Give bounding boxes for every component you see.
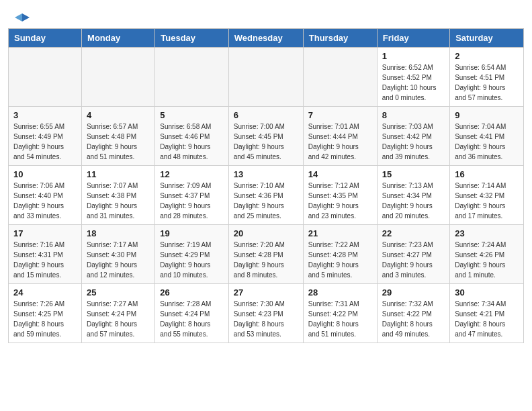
day-number: 27 — [234, 287, 298, 298]
day-info-text: Sunrise: 6:55 AM — [13, 122, 77, 132]
day-info-text: Sunset: 4:28 PM — [234, 250, 298, 260]
day-info-text: Daylight: 8 hours — [308, 319, 372, 329]
page: SundayMondayTuesdayWednesdayThursdayFrid… — [0, 0, 532, 351]
day-info-text: Sunset: 4:40 PM — [13, 191, 77, 201]
weekday-header-thursday: Thursday — [303, 29, 377, 48]
day-info-text: and 57 minutes. — [87, 329, 150, 339]
day-info-text: Sunset: 4:28 PM — [308, 250, 372, 260]
day-number: 18 — [87, 228, 150, 238]
day-number: 16 — [455, 169, 519, 179]
day-info-text: Sunrise: 7:06 AM — [13, 181, 77, 191]
day-info-text: and 31 minutes. — [87, 211, 150, 221]
calendar-cell: 16Sunrise: 7:14 AMSunset: 4:32 PMDayligh… — [450, 166, 524, 225]
day-number: 28 — [308, 287, 372, 298]
day-number: 2 — [455, 51, 519, 61]
day-info-text: Sunset: 4:46 PM — [160, 132, 223, 142]
day-info-text: Sunset: 4:22 PM — [382, 309, 445, 319]
day-number: 9 — [455, 110, 519, 120]
day-info-text: Sunrise: 7:26 AM — [13, 299, 77, 309]
day-info-text: and 28 minutes. — [160, 211, 223, 221]
day-info-text: Sunrise: 7:00 AM — [234, 122, 298, 132]
day-info-text: Sunrise: 7:32 AM — [382, 299, 445, 309]
svg-marker-0 — [22, 13, 30, 21]
day-info-text: Sunrise: 6:58 AM — [160, 122, 223, 132]
day-info-text: Sunset: 4:30 PM — [87, 250, 150, 260]
calendar-cell: 3Sunrise: 6:55 AMSunset: 4:49 PMDaylight… — [9, 107, 82, 166]
calendar-cell: 27Sunrise: 7:30 AMSunset: 4:23 PMDayligh… — [228, 284, 303, 343]
day-number: 8 — [382, 110, 445, 120]
day-info-text: Sunrise: 7:23 AM — [382, 240, 445, 250]
day-info-text: Sunrise: 6:57 AM — [87, 122, 150, 132]
calendar-cell: 26Sunrise: 7:28 AMSunset: 4:24 PMDayligh… — [155, 284, 228, 343]
day-info-text: Sunset: 4:37 PM — [160, 191, 223, 201]
day-info-text: Daylight: 9 hours — [87, 260, 150, 270]
calendar-cell: 23Sunrise: 7:24 AMSunset: 4:26 PMDayligh… — [450, 225, 524, 284]
calendar-cell: 14Sunrise: 7:12 AMSunset: 4:35 PMDayligh… — [303, 166, 377, 225]
day-info-text: Daylight: 9 hours — [308, 142, 372, 152]
calendar-header-row: SundayMondayTuesdayWednesdayThursdayFrid… — [9, 29, 524, 48]
day-info-text: Sunset: 4:21 PM — [455, 309, 519, 319]
calendar-week-row: 1Sunrise: 6:52 AMSunset: 4:52 PMDaylight… — [9, 48, 524, 107]
day-info-text: and 48 minutes. — [160, 152, 223, 162]
day-info-text: Daylight: 9 hours — [234, 201, 298, 211]
day-number: 29 — [382, 287, 445, 298]
day-info-text: Sunrise: 7:22 AM — [308, 240, 372, 250]
day-info-text: Sunrise: 7:16 AM — [13, 240, 77, 250]
calendar-cell: 6Sunrise: 7:00 AMSunset: 4:45 PMDaylight… — [228, 107, 303, 166]
day-info-text: Sunrise: 7:03 AM — [382, 122, 445, 132]
day-info-text: Sunrise: 7:13 AM — [382, 181, 445, 191]
day-info-text: Daylight: 9 hours — [455, 83, 519, 93]
calendar-cell — [303, 48, 377, 107]
day-info-text: and 49 minutes. — [382, 329, 445, 339]
logo-flag-icon — [15, 12, 30, 27]
day-info-text: and 23 minutes. — [308, 211, 372, 221]
calendar-cell: 24Sunrise: 7:26 AMSunset: 4:25 PMDayligh… — [9, 284, 82, 343]
day-info-text: and 51 minutes. — [308, 329, 372, 339]
day-info-text: Sunset: 4:23 PM — [234, 309, 298, 319]
day-info-text: Daylight: 9 hours — [160, 201, 223, 211]
calendar-cell: 8Sunrise: 7:03 AMSunset: 4:42 PMDaylight… — [377, 107, 449, 166]
day-info-text: Sunrise: 7:01 AM — [308, 122, 372, 132]
day-info-text: and 12 minutes. — [87, 270, 150, 280]
calendar-cell: 19Sunrise: 7:19 AMSunset: 4:29 PMDayligh… — [155, 225, 228, 284]
day-info-text: Daylight: 9 hours — [234, 260, 298, 270]
day-info-text: Sunrise: 7:17 AM — [87, 240, 150, 250]
day-info-text: Sunset: 4:41 PM — [455, 132, 519, 142]
day-info-text: Sunset: 4:44 PM — [308, 132, 372, 142]
day-info-text: Daylight: 9 hours — [382, 201, 445, 211]
day-info-text: and 51 minutes. — [87, 152, 150, 162]
weekday-header-wednesday: Wednesday — [228, 29, 303, 48]
day-info-text: Sunset: 4:42 PM — [382, 132, 445, 142]
day-number: 21 — [308, 228, 372, 238]
calendar-cell: 30Sunrise: 7:34 AMSunset: 4:21 PMDayligh… — [450, 284, 524, 343]
day-number: 19 — [160, 228, 223, 238]
day-number: 6 — [234, 110, 298, 120]
day-info-text: Sunset: 4:51 PM — [455, 73, 519, 83]
day-info-text: Daylight: 9 hours — [455, 201, 519, 211]
day-info-text: Daylight: 9 hours — [382, 142, 445, 152]
calendar-cell: 1Sunrise: 6:52 AMSunset: 4:52 PMDaylight… — [377, 48, 449, 107]
day-number: 13 — [234, 169, 298, 179]
day-info-text: Sunrise: 6:52 AM — [382, 62, 445, 73]
day-info-text: Sunset: 4:32 PM — [455, 191, 519, 201]
calendar-wrapper: SundayMondayTuesdayWednesdayThursdayFrid… — [0, 28, 532, 351]
calendar-table: SundayMondayTuesdayWednesdayThursdayFrid… — [8, 28, 524, 343]
day-info-text: Sunset: 4:25 PM — [13, 309, 77, 319]
day-info-text: Daylight: 9 hours — [308, 201, 372, 211]
day-info-text: Daylight: 9 hours — [455, 142, 519, 152]
calendar-cell: 20Sunrise: 7:20 AMSunset: 4:28 PMDayligh… — [228, 225, 303, 284]
day-info-text: and 55 minutes. — [160, 329, 223, 339]
day-info-text: Sunrise: 7:24 AM — [455, 240, 519, 250]
day-info-text: Sunset: 4:27 PM — [382, 250, 445, 260]
day-number: 30 — [455, 287, 519, 298]
day-info-text: Sunset: 4:24 PM — [160, 309, 223, 319]
calendar-cell: 9Sunrise: 7:04 AMSunset: 4:41 PMDaylight… — [450, 107, 524, 166]
day-info-text: Sunset: 4:24 PM — [87, 309, 150, 319]
day-info-text: Sunset: 4:35 PM — [308, 191, 372, 201]
day-info-text: and 15 minutes. — [13, 270, 77, 280]
svg-marker-1 — [15, 13, 22, 21]
day-info-text: and 39 minutes. — [382, 152, 445, 162]
calendar-cell — [82, 48, 155, 107]
calendar-cell: 18Sunrise: 7:17 AMSunset: 4:30 PMDayligh… — [82, 225, 155, 284]
calendar-week-row: 24Sunrise: 7:26 AMSunset: 4:25 PMDayligh… — [9, 284, 524, 343]
